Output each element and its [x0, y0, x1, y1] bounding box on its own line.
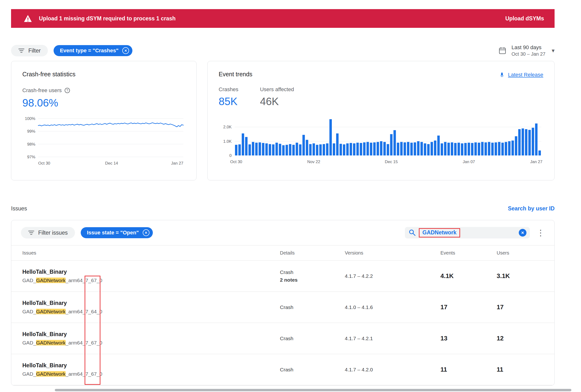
- svg-text:Dec 15: Dec 15: [385, 160, 398, 164]
- issue-versions: 4.1.7 – 4.2.2: [345, 273, 440, 279]
- event-type-chip[interactable]: Event type = "Crashes" ✕: [54, 45, 132, 56]
- issue-users: 17: [497, 303, 543, 311]
- help-icon[interactable]: ?: [65, 88, 70, 93]
- issue-events: 17: [440, 303, 497, 311]
- issue-subtitle-suffix: _arm64_7_67_0: [66, 340, 102, 346]
- chip-close-icon[interactable]: ✕: [122, 47, 129, 54]
- issue-state-chip[interactable]: Issue state = "Open" ✕: [81, 227, 153, 238]
- issue-subtitle-prefix: GAD_: [22, 340, 36, 346]
- svg-text:2.0K: 2.0K: [223, 125, 232, 129]
- issues-card: Filter issues Issue state = "Open" ✕ GAD…: [11, 220, 554, 386]
- crashlytics-dashboard: Upload 1 missing dSYM required to proces…: [0, 0, 581, 392]
- issue-title: HelloTalk_Binary: [22, 362, 280, 369]
- issue-subtitle-prefix: GAD_: [22, 371, 36, 377]
- svg-text:100%: 100%: [25, 116, 35, 121]
- issues-toolbar: Filter issues Issue state = "Open" ✕ GAD…: [11, 220, 554, 245]
- issue-detail-type: Crash: [280, 367, 345, 373]
- latest-release-link[interactable]: Latest Release: [499, 72, 543, 78]
- event-trends-metrics: Crashes 85K Users affected 46K: [219, 86, 543, 107]
- users-affected-value: 46K: [260, 95, 294, 107]
- issues-table-header: Issues Details Versions Events Users: [11, 245, 554, 260]
- issue-title: HelloTalk_Binary: [22, 331, 280, 338]
- issue-users: 11: [497, 366, 543, 373]
- svg-text:Jan 27: Jan 27: [530, 160, 542, 164]
- search-input-value: GADNetwork: [419, 228, 460, 237]
- issue-subtitle-prefix: GAD_: [22, 309, 36, 314]
- issues-section-header: Issues Search by user ID: [11, 205, 554, 212]
- users-affected-metric: Users affected 46K: [260, 86, 294, 107]
- issue-detail-type: Crash: [280, 336, 345, 341]
- issue-subtitle: GAD_GADNetwork_arm64_7_64_0: [22, 309, 280, 315]
- upload-dsyms-button[interactable]: Upload dSYMs: [505, 15, 544, 22]
- issue-subtitle-highlight: GADNetwork: [36, 371, 66, 377]
- column-header-issues: Issues: [22, 250, 280, 256]
- clear-search-icon[interactable]: ✕: [519, 229, 526, 236]
- crashes-label: Crashes: [219, 86, 238, 93]
- issue-users: 3.1K: [497, 272, 543, 280]
- warning-icon: [24, 15, 32, 22]
- filter-funnel-icon: [28, 230, 34, 235]
- filter-funnel-icon: [18, 48, 24, 53]
- dsym-alert-banner: Upload 1 missing dSYM required to proces…: [11, 9, 554, 28]
- chip-close-icon[interactable]: ✕: [143, 229, 150, 236]
- filter-button[interactable]: Filter: [11, 45, 48, 56]
- stat-cards-row: Crash-free statistics Crash-free users ?…: [11, 61, 554, 181]
- event-trends-chart: 01.0K2.0KOct 30Nov 22Dec 15Jan 07Jan 27: [219, 114, 543, 168]
- svg-text:99%: 99%: [27, 129, 35, 134]
- filter-row: Filter Event type = "Crashes" ✕ Last 90 …: [11, 43, 554, 58]
- issue-title: HelloTalk_Binary: [22, 300, 280, 306]
- issue-events: 11: [440, 366, 497, 373]
- issue-state-chip-label: Issue state = "Open": [87, 230, 139, 236]
- issue-subtitle-highlight: GADNetwork: [36, 340, 66, 346]
- chevron-down-icon: ▾: [552, 47, 554, 54]
- column-header-versions: Versions: [345, 250, 440, 256]
- crash-free-card-title: Crash-free statistics: [22, 71, 185, 78]
- release-icon: [499, 72, 505, 78]
- date-range-sublabel: Oct 30 – Jan 27: [512, 51, 546, 57]
- issue-subtitle-suffix: _arm64_7_67_0: [66, 371, 102, 377]
- svg-text:Oct 30: Oct 30: [230, 160, 242, 164]
- issue-events: 13: [440, 335, 497, 342]
- issue-detail-type: Crash: [280, 304, 345, 310]
- issue-subtitle-highlight: GADNetwork: [36, 278, 66, 283]
- svg-text:Jan 07: Jan 07: [463, 160, 475, 164]
- crash-free-statistics-card: Crash-free statistics Crash-free users ?…: [11, 61, 196, 181]
- issue-versions: 4.1.7 – 4.2.0: [345, 367, 440, 373]
- crash-free-users-value: 98.06%: [22, 97, 185, 109]
- table-row[interactable]: HelloTalk_Binary GAD_GADNetwork_arm64_7_…: [11, 292, 554, 323]
- banner-message: Upload 1 missing dSYM required to proces…: [39, 15, 176, 22]
- event-type-chip-label: Event type = "Crashes": [60, 47, 118, 54]
- issues-search-input[interactable]: GADNetwork ✕: [405, 227, 530, 238]
- svg-text:1.0K: 1.0K: [223, 139, 232, 144]
- crashes-metric: Crashes 85K: [219, 86, 238, 107]
- issue-subtitle-highlight: GADNetwork: [36, 309, 66, 314]
- issue-versions: 4.1.0 – 4.1.6: [345, 304, 440, 310]
- table-row[interactable]: HelloTalk_Binary GAD_GADNetwork_arm64_7_…: [11, 354, 554, 385]
- filter-issues-button[interactable]: Filter issues: [21, 227, 75, 238]
- column-header-events: Events: [440, 250, 497, 256]
- search-by-user-id-link[interactable]: Search by user ID: [508, 205, 554, 212]
- issues-table-body: HelloTalk_Binary GAD_GADNetwork_arm64_7_…: [11, 260, 554, 385]
- issue-subtitle-prefix: GAD_: [22, 278, 36, 283]
- table-row[interactable]: HelloTalk_Binary GAD_GADNetwork_arm64_7_…: [11, 323, 554, 354]
- horizontal-scrollbar[interactable]: [55, 389, 572, 391]
- table-row[interactable]: HelloTalk_Binary GAD_GADNetwork_arm64_7_…: [11, 260, 554, 292]
- crashes-value: 85K: [219, 95, 238, 107]
- filter-issues-label: Filter issues: [38, 230, 68, 236]
- issue-users: 12: [497, 335, 543, 342]
- search-icon: [409, 229, 416, 236]
- date-range-text: Last 90 days Oct 30 – Jan 27: [512, 44, 546, 57]
- filter-button-label: Filter: [28, 47, 40, 54]
- svg-text:Dec 14: Dec 14: [105, 161, 118, 166]
- svg-text:0: 0: [230, 153, 232, 158]
- more-options-icon[interactable]: ⋮: [536, 229, 545, 237]
- issue-subtitle: GAD_GADNetwork_arm64_7_67_0: [22, 371, 280, 377]
- issue-detail-notes: 2 notes: [280, 277, 345, 283]
- svg-text:Jan 27: Jan 27: [171, 161, 183, 166]
- issue-versions: 4.1.7 – 4.2.1: [345, 336, 440, 341]
- issue-subtitle-suffix: _arm64_7_64_0: [66, 309, 102, 314]
- event-trends-card: Event trends Latest Release Crashes 85K: [207, 61, 554, 181]
- column-header-users: Users: [497, 250, 543, 256]
- date-range-picker[interactable]: Last 90 days Oct 30 – Jan 27 ▾: [498, 44, 554, 57]
- calendar-icon: [498, 47, 506, 54]
